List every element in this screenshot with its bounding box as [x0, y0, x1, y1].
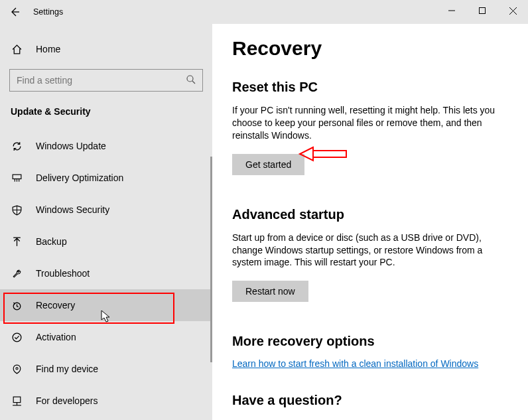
reset-heading: Reset this PC	[232, 80, 508, 95]
sidebar-item-label: Windows Security	[36, 204, 109, 215]
restart-now-button[interactable]: Restart now	[232, 281, 308, 302]
sidebar-item-windows-update[interactable]: Windows Update	[0, 130, 212, 162]
window-title: Settings	[33, 7, 63, 17]
maximize-button[interactable]	[467, 0, 497, 21]
sidebar-home[interactable]: Home	[0, 36, 212, 62]
svg-line-5	[192, 81, 195, 84]
sidebar-item-activation[interactable]: Activation	[0, 321, 212, 353]
get-started-button[interactable]: Get started	[232, 154, 304, 175]
question-heading: Have a question?	[232, 393, 508, 408]
sidebar-item-label: Troubleshoot	[36, 268, 90, 279]
sidebar: Home Update & Security Windows Update De…	[0, 24, 212, 420]
fresh-install-link[interactable]: Learn how to start fresh with a clean in…	[232, 358, 478, 369]
reset-body: If your PC isn't running well, resetting…	[232, 104, 508, 142]
locate-icon	[11, 364, 23, 375]
svg-point-15	[13, 333, 21, 342]
sidebar-item-for-developers[interactable]: For developers	[0, 385, 212, 417]
sidebar-item-label: For developers	[36, 395, 98, 406]
content-pane: Recovery Reset this PC If your PC isn't …	[212, 24, 528, 420]
home-label: Home	[36, 44, 60, 54]
minimize-button[interactable]	[436, 0, 467, 21]
back-button[interactable]	[0, 0, 29, 24]
sidebar-item-troubleshoot[interactable]: Troubleshoot	[0, 257, 212, 289]
home-icon	[11, 44, 23, 55]
page-title: Recovery	[232, 37, 508, 60]
section-advanced: Advanced startup Start up from a device …	[232, 207, 508, 303]
developer-icon	[11, 395, 23, 407]
sidebar-item-recovery[interactable]: Recovery	[0, 289, 212, 321]
backup-icon	[11, 236, 23, 247]
sidebar-nav: Windows Update Delivery Optimization Win…	[0, 130, 212, 417]
close-button[interactable]	[497, 0, 528, 21]
advanced-heading: Advanced startup	[232, 207, 508, 222]
sidebar-item-label: Backup	[36, 236, 67, 247]
sidebar-item-delivery-optimization[interactable]: Delivery Optimization	[0, 162, 212, 194]
more-heading: More recovery options	[232, 334, 508, 349]
sidebar-item-label: Find my device	[36, 364, 98, 374]
sidebar-item-label: Windows Update	[36, 141, 106, 151]
search-icon	[186, 74, 196, 87]
shield-icon	[11, 204, 23, 216]
title-bar: Settings	[0, 0, 528, 24]
delivery-icon	[11, 173, 23, 184]
search-input[interactable]	[9, 69, 203, 92]
sidebar-item-find-my-device[interactable]: Find my device	[0, 353, 212, 385]
section-more: More recovery options Learn how to start…	[232, 334, 508, 369]
sidebar-item-label: Activation	[36, 332, 76, 342]
sidebar-scrollbar[interactable]	[210, 157, 212, 362]
svg-rect-1	[480, 8, 486, 14]
section-question: Have a question?	[232, 393, 508, 408]
sidebar-item-windows-security[interactable]: Windows Security	[0, 194, 212, 226]
svg-point-16	[15, 367, 17, 369]
check-circle-icon	[11, 332, 23, 343]
sidebar-category: Update & Security	[0, 106, 212, 117]
sync-icon	[11, 141, 23, 152]
recovery-icon	[11, 300, 23, 311]
wrench-icon	[11, 268, 23, 279]
sidebar-item-backup[interactable]: Backup	[0, 226, 212, 257]
svg-rect-6	[13, 175, 21, 178]
sidebar-item-label: Recovery	[36, 300, 75, 311]
section-reset: Reset this PC If your PC isn't running w…	[232, 80, 508, 175]
svg-point-4	[187, 76, 193, 82]
svg-rect-17	[13, 397, 21, 403]
sidebar-item-label: Delivery Optimization	[36, 173, 123, 183]
advanced-body: Start up from a device or disc (such as …	[232, 232, 508, 269]
